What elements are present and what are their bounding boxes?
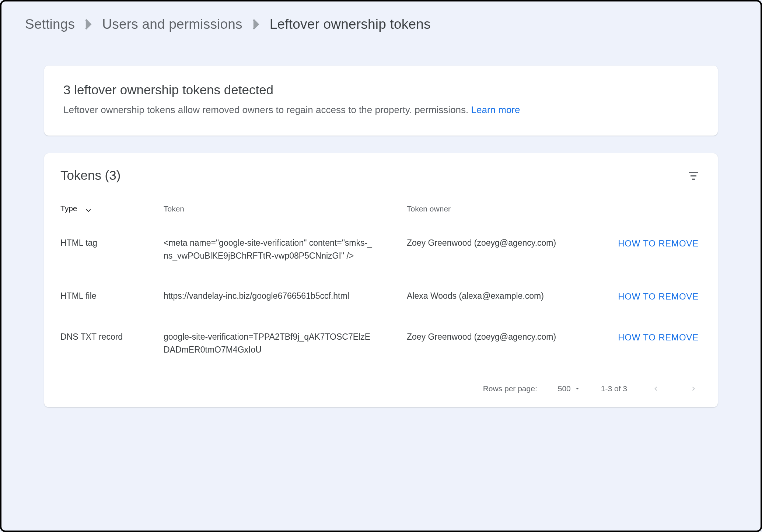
breadcrumb-users-permissions[interactable]: Users and permissions <box>102 17 242 31</box>
breadcrumb: Settings Users and permissions Leftover … <box>1 1 761 47</box>
column-header-owner[interactable]: Token owner <box>391 204 597 223</box>
tokens-table: Type Token Token owner HTML tag <meta na… <box>44 204 718 370</box>
cell-token: <meta name="google-site-verification" co… <box>147 223 391 276</box>
column-header-token[interactable]: Token <box>147 204 391 223</box>
breadcrumb-current: Leftover ownership tokens <box>270 17 431 31</box>
cell-owner: Zoey Greenwood (zoeyg@agency.com) <box>391 317 597 370</box>
cell-owner: Zoey Greenwood (zoeyg@agency.com) <box>391 223 597 276</box>
pagination-range: 1-3 of 3 <box>601 384 627 393</box>
rows-per-page-select[interactable]: 500 <box>558 384 580 393</box>
arrow-down-icon <box>84 205 92 213</box>
learn-more-link[interactable]: Learn more <box>471 104 520 115</box>
table-row: HTML file https://vandelay-inc.biz/googl… <box>44 276 718 317</box>
cell-token: google-site-verification=TPPA2TBf9j_qAK7… <box>147 317 391 370</box>
table-row: DNS TXT record google-site-verification=… <box>44 317 718 370</box>
cell-owner: Alexa Woods (alexa@example.com) <box>391 276 597 317</box>
cell-type: HTML file <box>44 276 147 317</box>
alert-body-text: Leftover ownership tokens allow removed … <box>63 104 471 115</box>
column-header-type[interactable]: Type <box>44 204 147 223</box>
chevron-right-icon <box>85 19 92 30</box>
tokens-title: Tokens (3) <box>60 168 120 183</box>
cell-type: HTML tag <box>44 223 147 276</box>
alert-card: 3 leftover ownership tokens detected Lef… <box>44 66 718 136</box>
how-to-remove-link[interactable]: HOW TO REMOVE <box>618 332 699 342</box>
tokens-header: Tokens (3) <box>44 153 718 204</box>
dropdown-arrow-icon <box>574 386 580 392</box>
alert-body: Leftover ownership tokens allow removed … <box>63 102 699 117</box>
cell-type: DNS TXT record <box>44 317 147 370</box>
chevron-right-icon <box>253 19 259 30</box>
how-to-remove-link[interactable]: HOW TO REMOVE <box>618 291 699 301</box>
rows-per-page-label: Rows per page: <box>483 384 537 393</box>
tokens-card: Tokens (3) Type Token Token owner <box>44 153 718 407</box>
next-page-button[interactable] <box>685 381 702 397</box>
column-header-action <box>597 204 718 223</box>
previous-page-button[interactable] <box>648 381 664 397</box>
pagination: Rows per page: 500 1-3 of 3 <box>44 370 718 407</box>
rows-per-page-value: 500 <box>558 384 571 393</box>
chevron-right-icon <box>689 385 698 393</box>
filter-list-icon <box>688 169 699 181</box>
table-row: HTML tag <meta name="google-site-verific… <box>44 223 718 276</box>
cell-token: https://vandelay-inc.biz/google6766561b5… <box>147 276 391 317</box>
alert-title: 3 leftover ownership tokens detected <box>63 83 699 97</box>
how-to-remove-link[interactable]: HOW TO REMOVE <box>618 238 699 248</box>
breadcrumb-settings[interactable]: Settings <box>25 17 75 31</box>
app-frame: Settings Users and permissions Leftover … <box>0 0 762 532</box>
chevron-left-icon <box>652 385 660 393</box>
filter-button[interactable] <box>685 167 702 183</box>
content-area: 3 leftover ownership tokens detected Lef… <box>1 47 761 531</box>
